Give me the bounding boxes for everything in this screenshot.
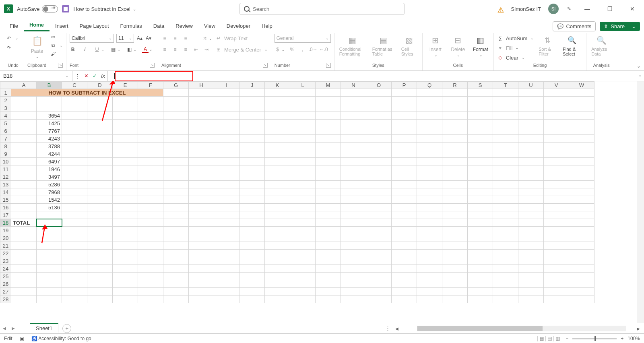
paste-button[interactable]: 📋 Paste ⌄: [27, 34, 47, 60]
cell-K18[interactable]: [265, 219, 290, 227]
cell-A4[interactable]: [11, 112, 37, 120]
cell-E16[interactable]: [113, 204, 138, 211]
cell-O9[interactable]: [366, 150, 392, 158]
cell-E9[interactable]: [113, 150, 138, 158]
cell-T27[interactable]: [493, 288, 518, 295]
cell-I23[interactable]: [214, 257, 239, 265]
row-header-26[interactable]: 26: [0, 280, 11, 288]
view-shortcuts[interactable]: ▦▤▥: [537, 336, 561, 341]
cell-J27[interactable]: [239, 288, 265, 295]
delete-cells-button[interactable]: ⊟Delete⌄: [448, 34, 468, 58]
cell-U13[interactable]: [518, 181, 544, 188]
cell-P12[interactable]: [392, 173, 417, 181]
row-header-24[interactable]: 24: [0, 265, 11, 273]
cell-U16[interactable]: [518, 204, 544, 211]
cell-T26[interactable]: [493, 280, 518, 288]
cell-N3[interactable]: [341, 104, 366, 112]
cell-U17[interactable]: [518, 211, 544, 219]
cell-V15[interactable]: [544, 196, 569, 204]
cell-T5[interactable]: [493, 120, 518, 127]
cell-L14[interactable]: [290, 188, 316, 196]
cell-L18[interactable]: [290, 219, 316, 227]
format-painter-icon[interactable]: 🖌: [50, 51, 56, 57]
cell-U6[interactable]: [518, 127, 544, 135]
cell-D24[interactable]: [87, 265, 113, 273]
cell-M26[interactable]: [316, 280, 341, 288]
column-header-B[interactable]: B: [37, 82, 62, 89]
cell-Q13[interactable]: [417, 181, 442, 188]
cell-L2[interactable]: [290, 97, 316, 104]
cell-H12[interactable]: [189, 173, 214, 181]
cell-Q14[interactable]: [417, 188, 442, 196]
cell-J19[interactable]: [239, 227, 265, 234]
row-header-10[interactable]: 10: [0, 158, 11, 165]
cell-W7[interactable]: [569, 135, 594, 143]
cell-W18[interactable]: [569, 219, 594, 227]
cell-F16[interactable]: [138, 204, 163, 211]
align-middle-icon[interactable]: ≡: [172, 35, 178, 41]
cell-S8[interactable]: [468, 143, 493, 150]
cell-P22[interactable]: [392, 250, 417, 257]
cell-W3[interactable]: [569, 104, 594, 112]
cell-Q20[interactable]: [417, 234, 442, 242]
cell-R19[interactable]: [442, 227, 468, 234]
copy-icon[interactable]: ⧉: [50, 42, 56, 49]
cell-C3[interactable]: [62, 104, 87, 112]
cell-I15[interactable]: [214, 196, 239, 204]
cell-W9[interactable]: [569, 150, 594, 158]
cell-E7[interactable]: [113, 135, 138, 143]
italic-icon[interactable]: I: [82, 46, 88, 53]
cell-D10[interactable]: [87, 158, 113, 165]
zoom-in-icon[interactable]: +: [621, 336, 623, 341]
cell-O14[interactable]: [366, 188, 392, 196]
underline-icon[interactable]: U: [94, 46, 100, 53]
accounting-format-icon[interactable]: $: [275, 46, 281, 53]
cell-H2[interactable]: [189, 97, 214, 104]
cell-C26[interactable]: [62, 280, 87, 288]
cell-L3[interactable]: [290, 104, 316, 112]
cell-U8[interactable]: [518, 143, 544, 150]
cell-U7[interactable]: [518, 135, 544, 143]
cell-H24[interactable]: [189, 265, 214, 273]
autosum-button[interactable]: ∑AutoSum⌄: [497, 34, 534, 43]
cell-H23[interactable]: [189, 257, 214, 265]
cell-L27[interactable]: [290, 288, 316, 295]
orientation-icon[interactable]: ⤭: [202, 35, 208, 41]
cell[interactable]: [493, 89, 518, 97]
cell-F27[interactable]: [138, 288, 163, 295]
cell-S9[interactable]: [468, 150, 493, 158]
cell-V16[interactable]: [544, 204, 569, 211]
tab-developer[interactable]: Developer: [221, 21, 256, 31]
cell-B23[interactable]: [37, 257, 62, 265]
cell-C22[interactable]: [62, 250, 87, 257]
cell-E27[interactable]: [113, 288, 138, 295]
cell-K15[interactable]: [265, 196, 290, 204]
cell-U14[interactable]: [518, 188, 544, 196]
cell-W28[interactable]: [569, 295, 594, 303]
cell-T15[interactable]: [493, 196, 518, 204]
cell-G11[interactable]: [163, 165, 189, 173]
row-header-23[interactable]: 23: [0, 257, 11, 265]
decrease-indent-icon[interactable]: ⇤: [193, 46, 199, 53]
row-header-5[interactable]: 5: [0, 120, 11, 127]
cell-S4[interactable]: [468, 112, 493, 120]
cell-R15[interactable]: [442, 196, 468, 204]
warning-icon[interactable]: ⚠: [497, 6, 504, 12]
cell-T7[interactable]: [493, 135, 518, 143]
cell-N6[interactable]: [341, 127, 366, 135]
cell-R10[interactable]: [442, 158, 468, 165]
cell-I27[interactable]: [214, 288, 239, 295]
cell-B27[interactable]: [37, 288, 62, 295]
fill-button[interactable]: ▼Fill⌄: [497, 43, 534, 52]
cell-K14[interactable]: [265, 188, 290, 196]
cell-P2[interactable]: [392, 97, 417, 104]
cell-D17[interactable]: [87, 211, 113, 219]
cell-W5[interactable]: [569, 120, 594, 127]
cell-O24[interactable]: [366, 265, 392, 273]
cell-A6[interactable]: [11, 127, 37, 135]
cell-M19[interactable]: [316, 227, 341, 234]
cell-W4[interactable]: [569, 112, 594, 120]
cell-F25[interactable]: [138, 273, 163, 280]
cell-J8[interactable]: [239, 143, 265, 150]
cell-D13[interactable]: [87, 181, 113, 188]
